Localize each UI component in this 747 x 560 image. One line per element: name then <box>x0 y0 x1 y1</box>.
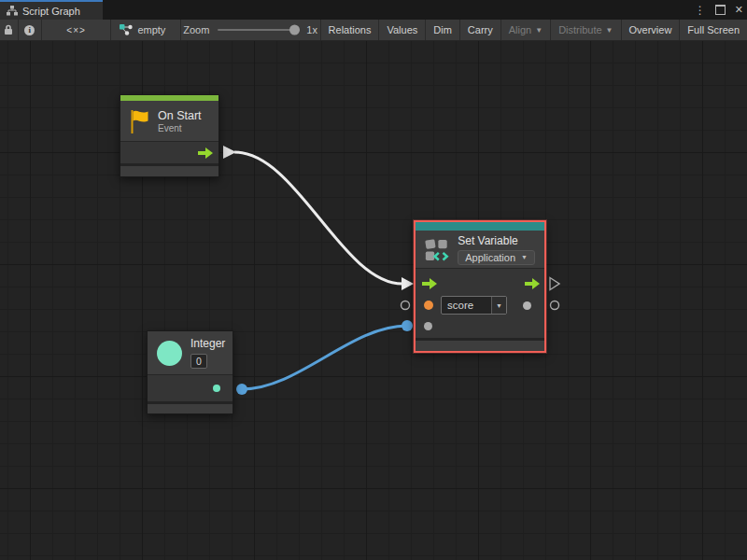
node-title: Integer <box>190 337 225 350</box>
graph-canvas[interactable] <box>0 41 747 560</box>
code-brackets-icon: <×> <box>66 25 86 35</box>
node-footer <box>416 338 544 351</box>
info-icon: i <box>24 25 35 35</box>
graph-name-label: empty <box>137 24 165 35</box>
node-integer[interactable]: Integer 0 <box>147 330 233 414</box>
hierarchy-icon <box>7 6 18 16</box>
zoom-label: Zoom <box>183 24 209 35</box>
flow-output-port[interactable] <box>198 147 213 159</box>
full-screen-button[interactable]: Full Screen <box>680 20 747 40</box>
zoom-slider-handle[interactable] <box>289 25 300 35</box>
code-preview-button[interactable]: <×> <box>42 20 112 40</box>
chevron-down-icon: ▼ <box>496 302 502 309</box>
flow-output-port[interactable] <box>525 278 540 289</box>
node-title: Set Variable <box>458 234 535 247</box>
align-button[interactable]: Align ▼ <box>501 20 551 40</box>
distribute-button[interactable]: Distribute ▼ <box>551 20 621 40</box>
node-on-start[interactable]: On Start Event <box>120 94 219 177</box>
values-button[interactable]: Values <box>379 20 426 40</box>
tab-title: Script Graph <box>22 6 80 17</box>
overview-button[interactable]: Overview <box>622 20 681 40</box>
variable-picker-button[interactable]: ▼ <box>491 297 506 314</box>
graph-breadcrumb[interactable]: empty <box>111 20 180 40</box>
flow-input-port[interactable] <box>422 278 437 289</box>
integer-output-port[interactable] <box>213 385 220 392</box>
lock-button[interactable] <box>0 20 19 40</box>
window-menu-icon[interactable]: ⋮ <box>695 5 706 16</box>
zoom-control: Zoom 1x <box>181 20 321 40</box>
node-footer <box>148 401 233 413</box>
carry-button[interactable]: Carry <box>460 20 501 40</box>
lock-icon <box>4 24 13 35</box>
maximize-icon[interactable] <box>715 5 726 15</box>
zoom-slider[interactable] <box>218 29 300 31</box>
node-title: On Start <box>158 109 202 122</box>
graph-icon <box>120 24 133 35</box>
chevron-down-icon: ▼ <box>606 26 613 35</box>
info-button[interactable]: i <box>19 20 42 40</box>
chevron-down-icon: ▼ <box>521 254 528 260</box>
close-icon[interactable]: ✕ <box>735 5 743 15</box>
value-output-port[interactable] <box>523 301 531 310</box>
relations-button[interactable]: Relations <box>321 20 380 40</box>
dim-button[interactable]: Dim <box>426 20 460 40</box>
node-subtitle: Event <box>158 123 202 133</box>
node-set-variable[interactable]: Set Variable Application ▼ score ▼ <box>414 220 546 353</box>
variable-color-strip <box>416 222 544 231</box>
variables-icon <box>425 235 449 264</box>
integer-icon <box>157 341 182 366</box>
node-footer <box>120 163 218 176</box>
tab-script-graph[interactable]: Script Graph <box>0 0 103 20</box>
variable-name-port[interactable] <box>424 301 433 310</box>
window-titlebar: Script Graph ⋮ ✕ <box>0 0 747 20</box>
value-input-port[interactable] <box>424 322 432 330</box>
variable-name-field[interactable]: score ▼ <box>441 296 507 315</box>
integer-value-field[interactable]: 0 <box>190 354 207 369</box>
graph-toolbar: i <×> empty Zoom 1x Relations Values Dim… <box>0 20 747 41</box>
flag-icon <box>130 109 149 133</box>
zoom-value: 1x <box>306 24 317 35</box>
variable-scope-dropdown[interactable]: Application ▼ <box>458 250 535 265</box>
chevron-down-icon: ▼ <box>535 26 543 35</box>
